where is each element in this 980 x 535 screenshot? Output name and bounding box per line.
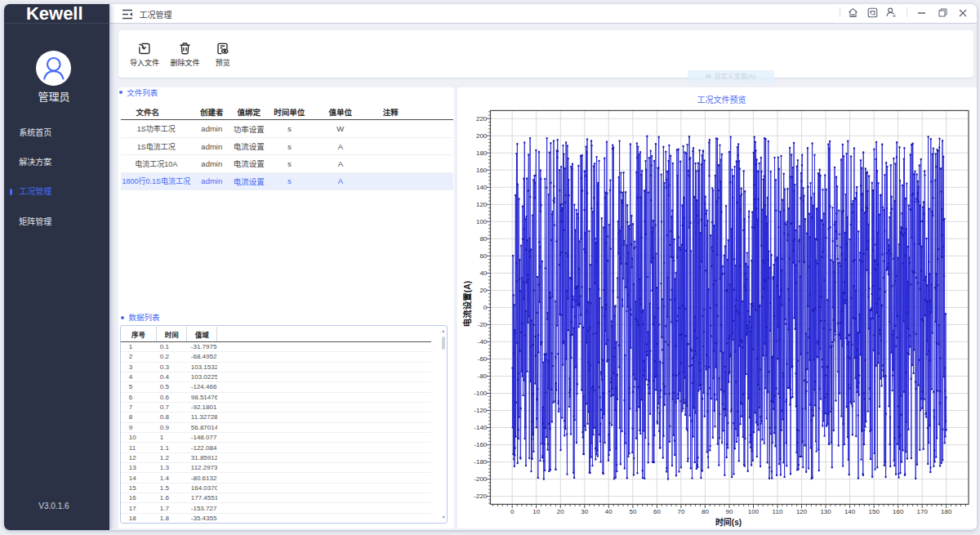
svg-text:130: 130 — [820, 508, 831, 515]
svg-text:150: 150 — [869, 508, 880, 515]
svg-text:120: 120 — [796, 508, 808, 515]
svg-text:20: 20 — [557, 508, 564, 515]
svg-text:80: 80 — [702, 508, 709, 515]
svg-text:220: 220 — [476, 115, 488, 123]
svg-text:电流设置(A): 电流设置(A) — [462, 281, 472, 328]
svg-text:70: 70 — [677, 508, 684, 515]
svg-text:-140: -140 — [474, 424, 488, 431]
svg-text:160: 160 — [893, 508, 904, 515]
svg-text:-20: -20 — [478, 321, 488, 328]
svg-text:-60: -60 — [478, 355, 488, 363]
svg-text:10: 10 — [532, 508, 540, 515]
svg-text:80: 80 — [479, 235, 487, 243]
svg-text:-160: -160 — [474, 441, 488, 448]
svg-text:40: 40 — [605, 508, 612, 515]
svg-text:-40: -40 — [478, 338, 488, 346]
svg-text:50: 50 — [629, 508, 636, 515]
svg-text:-120: -120 — [474, 407, 488, 414]
svg-text:-180: -180 — [474, 458, 488, 466]
svg-text:60: 60 — [479, 252, 487, 260]
svg-text:100: 100 — [476, 218, 488, 225]
svg-text:120: 120 — [476, 201, 488, 208]
svg-text:160: 160 — [476, 167, 488, 174]
svg-text:180: 180 — [476, 149, 488, 157]
svg-text:-100: -100 — [474, 390, 488, 397]
svg-text:140: 140 — [476, 184, 488, 191]
svg-text:60: 60 — [653, 508, 661, 515]
svg-text:100: 100 — [748, 508, 760, 515]
svg-text:110: 110 — [773, 508, 783, 515]
svg-text:-200: -200 — [474, 475, 488, 483]
svg-text:0: 0 — [510, 508, 514, 515]
svg-text:90: 90 — [726, 508, 733, 515]
svg-text:20: 20 — [479, 287, 487, 294]
svg-text:-80: -80 — [478, 372, 488, 380]
svg-text:170: 170 — [917, 508, 929, 515]
svg-text:200: 200 — [476, 132, 488, 140]
svg-text:时间(s): 时间(s) — [715, 517, 742, 527]
svg-text:140: 140 — [844, 508, 856, 515]
svg-text:180: 180 — [941, 508, 952, 515]
svg-text:0: 0 — [483, 304, 488, 311]
svg-text:30: 30 — [581, 508, 588, 515]
svg-text:40: 40 — [479, 270, 487, 277]
svg-text:-220: -220 — [474, 493, 488, 500]
